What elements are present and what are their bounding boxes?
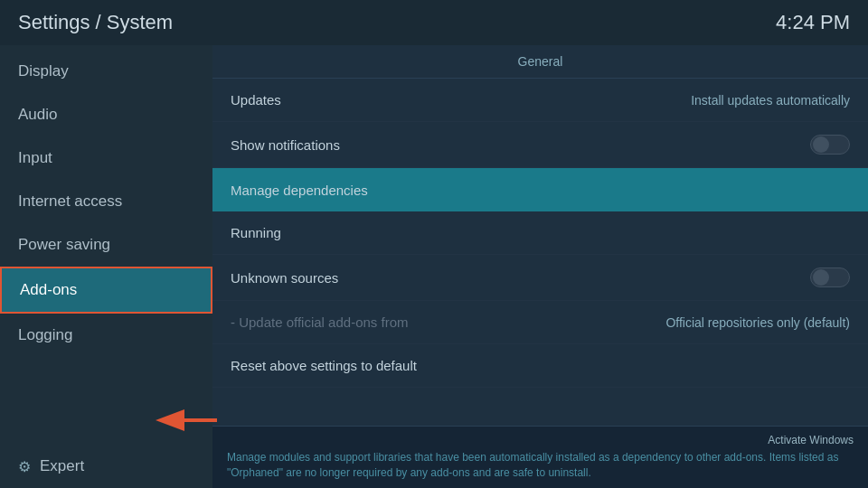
- settings-row-update-official: - Update official add-ons from Official …: [212, 301, 868, 344]
- settings-row-reset-settings[interactable]: Reset above settings to default: [212, 344, 868, 388]
- sidebar-item-logging[interactable]: Logging: [0, 314, 212, 357]
- page-title: Settings / System: [18, 11, 173, 34]
- sidebar-item-input[interactable]: Input: [0, 136, 212, 180]
- clock: 4:24 PM: [776, 11, 850, 34]
- expert-label: Expert: [40, 457, 84, 475]
- settings-row-updates[interactable]: Updates Install updates automatically: [212, 79, 868, 122]
- section-label: General: [212, 45, 868, 79]
- toggle-show-notifications[interactable]: [810, 135, 850, 155]
- row-value-update-official: Official repositories only (default): [665, 315, 850, 330]
- gear-icon: ⚙: [18, 458, 31, 475]
- settings-row-manage-dependencies[interactable]: Manage dependencies: [212, 168, 868, 211]
- settings-row-unknown-sources[interactable]: Unknown sources: [212, 255, 868, 301]
- row-label-update-official: - Update official add-ons from: [231, 314, 409, 330]
- sidebar-item-display[interactable]: Display: [0, 50, 212, 93]
- expert-level[interactable]: ⚙ Expert: [0, 445, 212, 488]
- row-label-manage-dependencies: Manage dependencies: [231, 183, 368, 198]
- toggle-unknown-sources[interactable]: [810, 267, 850, 287]
- row-label-reset-settings: Reset above settings to default: [231, 358, 417, 373]
- bottom-bar-description: Manage modules and support libraries tha…: [227, 450, 854, 481]
- settings-row-running[interactable]: Running: [212, 211, 868, 255]
- arrow-icon: [154, 402, 226, 438]
- bottom-bar: Activate Windows Manage modules and supp…: [212, 426, 868, 488]
- main-layout: Display Audio Input Internet access Powe…: [0, 45, 868, 488]
- row-label-show-notifications: Show notifications: [231, 137, 340, 153]
- row-label-updates: Updates: [231, 92, 281, 108]
- row-value-updates: Install updates automatically: [691, 93, 850, 108]
- header: Settings / System 4:24 PM: [0, 0, 868, 45]
- content-area: General Updates Install updates automati…: [212, 45, 868, 488]
- sidebar-item-power-saving[interactable]: Power saving: [0, 223, 212, 267]
- row-label-running: Running: [231, 225, 281, 240]
- activate-windows-title: Activate Windows: [768, 434, 854, 446]
- settings-list: Updates Install updates automatically Sh…: [212, 79, 868, 388]
- row-label-unknown-sources: Unknown sources: [231, 270, 338, 286]
- arrow-indicator: [154, 402, 226, 438]
- sidebar-item-audio[interactable]: Audio: [0, 93, 212, 136]
- sidebar-item-internet-access[interactable]: Internet access: [0, 180, 212, 223]
- sidebar-item-add-ons[interactable]: Add-ons: [0, 267, 212, 314]
- settings-row-show-notifications[interactable]: Show notifications: [212, 122, 868, 168]
